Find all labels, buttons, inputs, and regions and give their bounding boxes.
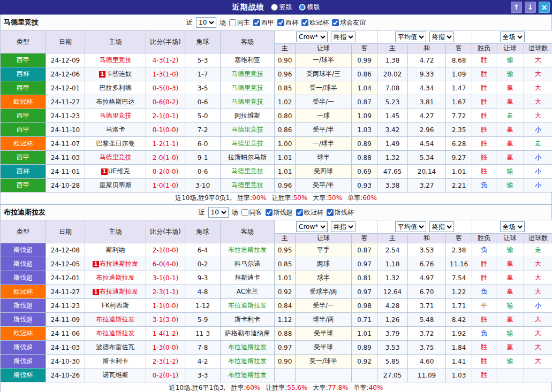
goals-result-cell: 大 — [524, 285, 552, 299]
home-team-cell: 1布拉迪斯拉发 — [85, 285, 146, 299]
avg-draw-cell: 6.70 — [408, 285, 446, 299]
horizontal-layout-radio[interactable] — [299, 4, 306, 11]
outcome-cell: 胜 — [472, 341, 496, 355]
home-odds-cell: 0.84 — [275, 299, 296, 313]
filter-checkbox[interactable]: 欧冠杯 — [301, 18, 329, 27]
goals-result-cell — [524, 368, 552, 382]
league-badge: 斯伐超 — [1, 271, 46, 285]
filter-checkbox[interactable]: 同主 — [229, 18, 250, 27]
avg-kind-select[interactable]: 终指 — [429, 221, 454, 232]
recent-count-select[interactable]: 10 — [196, 17, 216, 28]
checkbox-input[interactable] — [296, 209, 303, 216]
vertical-layout-radio[interactable] — [271, 4, 278, 11]
filter-checkbox[interactable]: 同客 — [241, 208, 262, 217]
sub-column-header: 让球 — [296, 44, 352, 53]
header-selects-row: 类型日期主场比分(半场)角球客场Crow*终指平均值终指全场 — [1, 220, 552, 234]
league-badge: 西杯 — [1, 165, 46, 179]
filter-checkbox[interactable]: 斯伐杯 — [327, 208, 354, 217]
checkbox-label: 斯伐杯 — [335, 208, 354, 217]
avg-away-cell: 1.22 — [446, 285, 472, 299]
outcome-cell: 平 — [472, 299, 496, 313]
away-odds-cell: 0.89 — [352, 137, 377, 151]
away-team-cell: 阿拉维斯 — [221, 109, 275, 123]
handicap-result-cell: 输 — [496, 165, 524, 179]
checkbox-label: 球会友谊 — [340, 18, 366, 27]
home-odds-cell: 0.90 — [275, 355, 296, 368]
checkbox-input[interactable] — [241, 209, 248, 216]
handicap-result-cell: 赢 — [496, 271, 524, 285]
home-team-cell: 1UE维克 — [85, 165, 146, 179]
recent-count-select[interactable]: 10 — [208, 207, 229, 218]
handicap-result-cell: 输 — [496, 243, 524, 257]
section-footer: 近10场,胜6平1负3,胜率:60%让胜率:55.6%大率:77.8%单率:40… — [0, 382, 552, 392]
match-row: 西杯24-12-061卡些连奴1-3(1-0)1-7马德里竞技0.96受两球半/… — [1, 67, 552, 81]
checkbox-input[interactable] — [327, 209, 334, 216]
corners-cell: 4-8 — [185, 285, 221, 299]
date-cell: 24-11-03 — [46, 151, 85, 165]
goals-result-cell: 大 — [524, 67, 552, 81]
avg-away-cell: 6.28 — [446, 137, 472, 151]
scope-select[interactable]: 全场 — [500, 221, 525, 232]
sub-column-header: 胜负 — [472, 44, 496, 53]
layout-option-vertical[interactable]: 竖版 — [271, 3, 292, 12]
close-icon[interactable]: × — [539, 2, 550, 13]
home-team-name: 布拉迪斯拉发 — [100, 288, 138, 295]
filter-checkbox[interactable]: 斯伐超 — [266, 208, 293, 217]
checkbox-input[interactable] — [332, 19, 339, 26]
home-team-name: 布拉迪斯拉发 — [96, 316, 135, 323]
rank-badge: 1 — [93, 289, 99, 295]
filter-checkbox[interactable]: 欧冠杯 — [296, 208, 323, 217]
home-team-cell: 马德里竞技 — [85, 151, 146, 165]
summary-stat-value: 60% — [246, 384, 261, 391]
avg-kind-select[interactable]: 终指 — [429, 32, 454, 42]
checkbox-input[interactable] — [301, 19, 308, 26]
handicap-result-cell: 赢 — [496, 95, 524, 109]
match-row: 西甲24-11-10马洛卡0-1(0-0)7-2马德里竞技0.86受平/半1.0… — [1, 123, 552, 137]
score-cell: 3-1(3-0) — [146, 313, 185, 327]
away-team-cell: 马德里竞技 — [221, 165, 275, 179]
avg-home-cell: 1.32 — [377, 151, 408, 165]
scope-select-cell: 全场 — [472, 220, 552, 234]
away-team-name: 布拉迪斯拉发 — [228, 246, 267, 253]
league-badge: 斯伐超 — [1, 299, 46, 313]
avg-source-select[interactable]: 平均值 — [395, 221, 426, 232]
odds-source-select[interactable]: Crow* — [296, 221, 328, 232]
filter-checkbox[interactable]: 西甲 — [253, 18, 274, 27]
corners-cell: 3-10 — [185, 179, 221, 193]
home-team-cell: 马德里竞技 — [85, 53, 146, 67]
checkbox-input[interactable] — [229, 19, 236, 26]
checkbox-input[interactable] — [277, 19, 284, 26]
summary-stat-value: 55.6% — [287, 384, 307, 391]
home-team-name: FK柯西斯 — [102, 302, 129, 309]
outcome-cell: 胜 — [472, 313, 496, 327]
away-odds-cell: 0.89 — [352, 341, 377, 355]
away-team-name: 拉斯帕尔马斯 — [228, 153, 267, 161]
odds-kind-select[interactable]: 终指 — [331, 221, 356, 232]
odds-source-select[interactable]: Crow* — [296, 32, 328, 42]
scope-select[interactable]: 全场 — [500, 32, 525, 42]
away-team-cell: 科马尔诺 — [221, 257, 275, 271]
handicap-cell: 受半球 — [296, 341, 352, 355]
checkbox-input[interactable] — [253, 19, 260, 26]
handicap-cell: 两球 — [296, 257, 352, 271]
filter-checkbox[interactable]: 西杯 — [277, 18, 298, 27]
date-cell: 24-11-03 — [46, 341, 85, 355]
summary-stat: 让胜率:55.6% — [266, 383, 307, 392]
avg-away-cell: 1.01 — [446, 165, 472, 179]
filter-checkbox[interactable]: 球会友谊 — [332, 18, 366, 27]
corners-cell: 0-2 — [185, 257, 221, 271]
avg-away-cell: 7.72 — [446, 109, 472, 123]
recent-results-panel: 近期战绩 竖版 横版 ↑ ↓ × 马德里竞技近10场同主西甲西杯欧冠杯球会友谊类… — [0, 0, 552, 392]
handicap-cell: 受四球 — [296, 165, 352, 179]
avg-source-select[interactable]: 平均值 — [395, 32, 426, 42]
column-header: 比分(半场) — [146, 30, 185, 53]
corners-cell: 1-12 — [185, 299, 221, 313]
layout-option-horizontal[interactable]: 横版 — [299, 3, 320, 12]
avg-away-cell: 7.54 — [446, 271, 472, 285]
odds-kind-select[interactable]: 终指 — [331, 32, 356, 42]
move-up-icon[interactable]: ↑ — [511, 2, 522, 13]
date-cell: 24-12-01 — [46, 271, 85, 285]
handicap-result-cell: 赢 — [496, 123, 524, 137]
checkbox-input[interactable] — [266, 209, 273, 216]
move-down-icon[interactable]: ↓ — [525, 2, 536, 13]
